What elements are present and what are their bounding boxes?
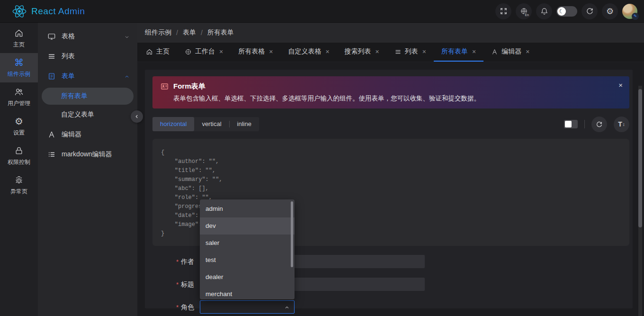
breadcrumb-item[interactable]: 表单 [183, 28, 196, 37]
tab-label: 自定义表格 [288, 47, 321, 56]
required-marker: * [176, 304, 179, 311]
menu-item-markdown-editor[interactable]: markdown编辑器 [38, 144, 137, 164]
menu-item-all-forms[interactable]: 所有表单 [42, 88, 134, 105]
menu-item-label: 列表 [62, 52, 75, 61]
layout-mode-horizontal[interactable]: horizontal [152, 117, 194, 131]
tab-custom-tables[interactable]: 自定义表格 × [280, 43, 337, 62]
form-row-role: *角色 [145, 300, 295, 314]
dropdown-option-dealer[interactable]: dealer [200, 269, 295, 286]
close-icon[interactable]: × [422, 48, 426, 55]
chevron-down-icon [124, 34, 130, 39]
app-shell: 主页 ⌘ 组件示例 用户管理 ⚙ 设置 权限控制 [0, 23, 644, 316]
tab-bar: 主页 工作台 × 所有表格 × 自定义表格 × 搜索列表 × [137, 43, 644, 62]
tab-label: 搜索列表 [345, 47, 371, 56]
settings-button[interactable]: ⚙ [602, 3, 618, 19]
close-icon[interactable]: × [269, 48, 273, 55]
tab-all-forms[interactable]: 所有表单 × [434, 43, 483, 62]
menu-item-forms[interactable]: 表单 [38, 66, 137, 86]
sidebar-item-label: 异常页 [10, 188, 27, 196]
tab-editor[interactable]: 编辑器 × [483, 43, 537, 62]
sidebar-item-label: 组件示例 [8, 70, 30, 78]
breadcrumb-item[interactable]: 所有表单 [207, 28, 234, 37]
refresh-icon [586, 7, 594, 15]
md-list-icon [47, 150, 56, 159]
sidebar-item-settings[interactable]: ⚙ 设置 [0, 112, 38, 141]
info-banner: Form表单 表单包含输入框、单选框、下拉选择、多选框等用户输入的组件。使用表单… [152, 76, 629, 108]
menu-item-label: 编辑器 [62, 130, 81, 139]
dropdown-option-merchant[interactable]: merchant [200, 286, 295, 299]
field-label: *标题 [145, 278, 194, 291]
tab-search-list[interactable]: 搜索列表 × [337, 43, 387, 62]
sidebar-item-home[interactable]: 主页 [0, 24, 38, 53]
role-select[interactable] [200, 300, 295, 314]
toggle-knob [565, 121, 572, 127]
menu-item-lists[interactable]: 列表 [38, 46, 137, 66]
sidebar-item-exceptions[interactable]: 异常页 [0, 171, 38, 200]
tab-all-tables[interactable]: 所有表格 × [231, 43, 280, 62]
chevron-up-icon [284, 305, 290, 310]
dropdown-option-admin[interactable]: admin [200, 200, 295, 217]
gear-icon: ⚙ [606, 6, 614, 17]
font-size-icon: T [618, 120, 622, 128]
secondary-sidebar: 表格 列表 表单 所有表单 自定义表单 [38, 23, 137, 316]
breadcrumb: 组件示例 / 表单 / 所有表单 [137, 23, 644, 43]
primary-sidebar: 主页 ⌘ 组件示例 用户管理 ⚙ 设置 权限控制 [0, 23, 38, 316]
menu-item-label: 所有表单 [61, 92, 88, 100]
pen-icon [491, 48, 498, 55]
required-marker: * [176, 258, 179, 265]
brand[interactable]: React Admin [0, 4, 85, 18]
app-title: React Admin [31, 6, 85, 17]
tools-divider [584, 120, 585, 128]
form-badge-icon [160, 82, 169, 91]
navbar-actions: En ☾ ⚙ ✎ [495, 3, 644, 19]
dropdown-option-dev[interactable]: dev [200, 217, 295, 235]
sidebar-item-permissions[interactable]: 权限控制 [0, 141, 38, 171]
close-icon[interactable]: × [472, 48, 476, 55]
scrollbar-thumb[interactable] [638, 89, 642, 227]
pen-icon [47, 130, 56, 139]
sidebar-item-components[interactable]: ⌘ 组件示例 [0, 53, 38, 82]
close-icon[interactable]: × [526, 48, 529, 55]
close-icon[interactable]: × [219, 48, 223, 55]
sidebar-collapse-button[interactable] [131, 110, 143, 123]
avatar[interactable]: ✎ [622, 4, 637, 19]
breadcrumb-item[interactable]: 组件示例 [145, 28, 171, 37]
dropdown-option-test[interactable]: test [200, 252, 295, 269]
menu-item-custom-forms[interactable]: 自定义表单 [42, 106, 134, 123]
layout-mode-inline[interactable]: inline [230, 117, 259, 131]
language-button[interactable]: En [516, 3, 532, 19]
tab-workbench[interactable]: 工作台 × [177, 43, 231, 62]
form-icon [47, 72, 56, 81]
tab-list[interactable]: 列表 × [387, 43, 434, 62]
fullscreen-button[interactable] [495, 3, 511, 19]
edit-badge-icon: ✎ [632, 13, 639, 20]
menu-item-editor[interactable]: 编辑器 [38, 125, 137, 144]
menu-item-label: markdown编辑器 [62, 150, 112, 159]
page-content: Form表单 表单包含输入框、单选框、下拉选择、多选框等用户输入的组件。使用表单… [137, 62, 644, 316]
react-logo-icon [12, 4, 27, 18]
banner-description: 表单包含输入框、单选框、下拉选择、多选框等用户输入的组件。使用表单，您可以收集、… [173, 94, 622, 103]
fullscreen-icon [500, 7, 508, 15]
moon-icon: ☾ [557, 7, 566, 16]
reset-button[interactable] [591, 117, 607, 132]
font-size-button[interactable]: T↕ [614, 117, 629, 132]
tab-label: 所有表单 [441, 47, 468, 56]
role-dropdown-menu: admin dev saler test dealer merchant [200, 199, 295, 299]
sidebar-item-label: 设置 [13, 129, 25, 137]
banner-close-button[interactable]: × [618, 81, 623, 89]
dropdown-option-saler[interactable]: saler [200, 235, 295, 252]
preview-toggle[interactable] [564, 120, 578, 128]
notifications-button[interactable] [536, 3, 552, 19]
close-icon[interactable]: × [325, 48, 329, 55]
tab-label: 主页 [156, 47, 170, 56]
layout-mode-vertical[interactable]: vertical [194, 117, 229, 131]
tab-home[interactable]: 主页 [138, 43, 177, 62]
theme-toggle[interactable]: ☾ [556, 6, 577, 17]
menu-item-tables[interactable]: 表格 [38, 27, 137, 46]
dropdown-scrollbar[interactable] [291, 201, 293, 267]
breadcrumb-separator: / [201, 29, 203, 36]
refresh-button[interactable] [581, 3, 598, 19]
sidebar-item-users[interactable]: 用户管理 [0, 82, 38, 112]
sidebar-item-label: 权限控制 [8, 158, 30, 166]
close-icon[interactable]: × [376, 48, 379, 55]
